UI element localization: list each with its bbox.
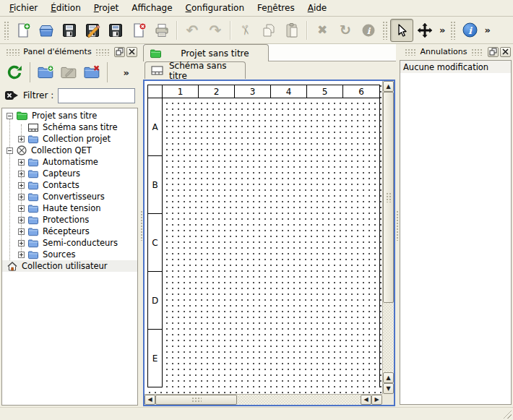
edit-category-button[interactable] [57, 61, 80, 84]
expand-icon[interactable] [18, 240, 27, 247]
qet-collection-icon [16, 145, 27, 156]
reload-collections-button[interactable] [3, 61, 26, 84]
filter-input[interactable] [58, 88, 135, 103]
menu-edition[interactable]: Édition [44, 1, 87, 14]
vertical-scroll-track[interactable] [383, 92, 394, 372]
toolbar-handle[interactable] [450, 21, 456, 40]
toolbar-overflow-button[interactable]: » [481, 25, 493, 35]
diagram-drawing-area[interactable] [163, 98, 379, 387]
tree-item-collection-projet[interactable]: Collection projet [2, 133, 137, 145]
vertical-scrollbar[interactable]: ▲ ▲ ▼ [382, 81, 394, 394]
horizontal-scrollbar[interactable]: ◀ ◀ ▶ [145, 394, 382, 405]
thumb-grip [191, 397, 202, 403]
tab-schema[interactable]: Schéma sans titre [145, 61, 246, 79]
undo-button[interactable]: ↶ [181, 19, 204, 42]
titlebar-texture [471, 48, 483, 56]
expand-icon[interactable] [18, 228, 27, 235]
cut-button[interactable]: ✂ [234, 19, 257, 42]
menu-aide[interactable]: Aide [301, 1, 334, 14]
elements-panel-close-button[interactable] [126, 47, 137, 57]
tree-item-automatisme[interactable]: Automatisme [2, 156, 137, 168]
undo-panel-titlebar[interactable]: Annulations [399, 44, 513, 59]
expand-icon[interactable] [18, 252, 27, 258]
expand-icon[interactable] [18, 171, 27, 177]
toolbar-handle[interactable] [382, 21, 388, 40]
tab-project[interactable]: Projet sans titre [143, 44, 269, 61]
undo-panel-float-button[interactable] [488, 47, 499, 57]
redo-button[interactable]: ↷ [204, 19, 227, 42]
expand-icon[interactable] [18, 182, 27, 189]
collapse-icon[interactable] [7, 113, 16, 119]
resize-grip[interactable] [502, 409, 512, 419]
delete-category-button[interactable] [80, 61, 103, 84]
tree-item-collection-qet[interactable]: Collection QET [2, 145, 137, 156]
tree-item-semi-conducteurs[interactable]: Semi-conducteurs [2, 237, 137, 249]
menu-fenetres[interactable]: Fenêtres [251, 1, 301, 14]
toolbar-overflow-button[interactable]: » [121, 67, 132, 78]
info-button[interactable]: i [357, 19, 380, 42]
scroll-up-button-2[interactable]: ▲ [383, 372, 394, 383]
save-all-button[interactable] [104, 19, 127, 42]
vertical-scroll-thumb[interactable] [383, 92, 394, 303]
horizontal-scroll-track[interactable] [155, 395, 361, 405]
close-document-button[interactable] [127, 19, 150, 42]
select-mode-button[interactable] [390, 19, 413, 42]
menu-configuration[interactable]: Configuration [179, 1, 251, 14]
elements-panel-titlebar[interactable]: Panel d'éléments [0, 44, 139, 59]
undo-list-item[interactable]: Aucune modification [400, 61, 511, 73]
tree-item-label: Haute tension [43, 203, 101, 213]
scroll-right-button[interactable]: ▶ [371, 395, 382, 405]
toolbar-handle[interactable] [4, 21, 9, 40]
titlebar-texture [6, 48, 20, 56]
clear-filter-button[interactable] [4, 90, 19, 101]
print-button[interactable] [150, 19, 173, 42]
tree-item-label: Collection utilisateur [22, 261, 108, 271]
expand-icon[interactable] [18, 159, 27, 166]
new-category-button[interactable] [34, 61, 57, 84]
move-mode-button[interactable] [413, 19, 436, 42]
row-header-A: A [148, 98, 163, 156]
tree-item-convertisseurs[interactable]: Convertisseurs [2, 191, 137, 202]
new-document-button[interactable] [12, 19, 35, 42]
scroll-left-button-2[interactable]: ◀ [361, 395, 371, 405]
save-as-button[interactable] [81, 19, 104, 42]
menu-affichage[interactable]: Affichage [125, 1, 178, 14]
tree-item-protections[interactable]: Protections [2, 214, 137, 226]
tree-item-capteurs[interactable]: Capteurs [2, 168, 137, 179]
new-document-icon [15, 22, 31, 38]
toolbar-separator [30, 62, 30, 82]
about-button[interactable]: i [458, 19, 481, 42]
save-button[interactable] [58, 19, 81, 42]
copy-button[interactable] [257, 19, 280, 42]
expand-icon[interactable] [18, 205, 27, 212]
tree-item-collection-utilisateur[interactable]: Collection utilisateur [2, 260, 137, 272]
collapse-icon[interactable] [7, 147, 16, 154]
tree-item-haute-tension[interactable]: Haute tension [2, 202, 137, 214]
tree-item-contacts[interactable]: Contacts [2, 179, 137, 191]
expand-icon[interactable] [18, 194, 27, 200]
toolbar-overflow-button[interactable]: » [436, 25, 448, 35]
tree-item-sources[interactable]: Sources [2, 249, 137, 260]
scroll-left-button[interactable]: ◀ [145, 395, 155, 405]
tree-item-label: Collection QET [31, 145, 92, 155]
tree-item-projet-sans-titre[interactable]: Projet sans titre [2, 110, 137, 121]
toolbar-separator [306, 21, 308, 40]
expand-icon[interactable] [18, 136, 27, 142]
undo-panel-close-button[interactable] [500, 47, 511, 57]
elements-panel-float-button[interactable] [114, 47, 125, 57]
menu-projet[interactable]: Projet [87, 1, 125, 14]
tree-item-schema-sans-titre[interactable]: Schéma sans titre [2, 121, 137, 133]
horizontal-scroll-thumb[interactable] [155, 395, 237, 405]
scroll-up-button[interactable]: ▲ [383, 81, 394, 92]
paste-button[interactable] [280, 19, 303, 42]
expand-icon[interactable] [18, 217, 27, 223]
menu-fichier[interactable]: Fichier [3, 1, 44, 14]
close-document-icon [131, 22, 147, 38]
open-project-button[interactable] [35, 19, 58, 42]
rotate-button[interactable]: ↻ [334, 19, 357, 42]
tree-item-recepteurs[interactable]: Récepteurs [2, 226, 137, 237]
scroll-down-button[interactable]: ▼ [383, 383, 394, 394]
column-header-1: 1 [163, 85, 199, 98]
diagram-canvas[interactable]: 123456ABCDE [145, 81, 382, 394]
delete-button[interactable]: ✖ [311, 19, 334, 42]
